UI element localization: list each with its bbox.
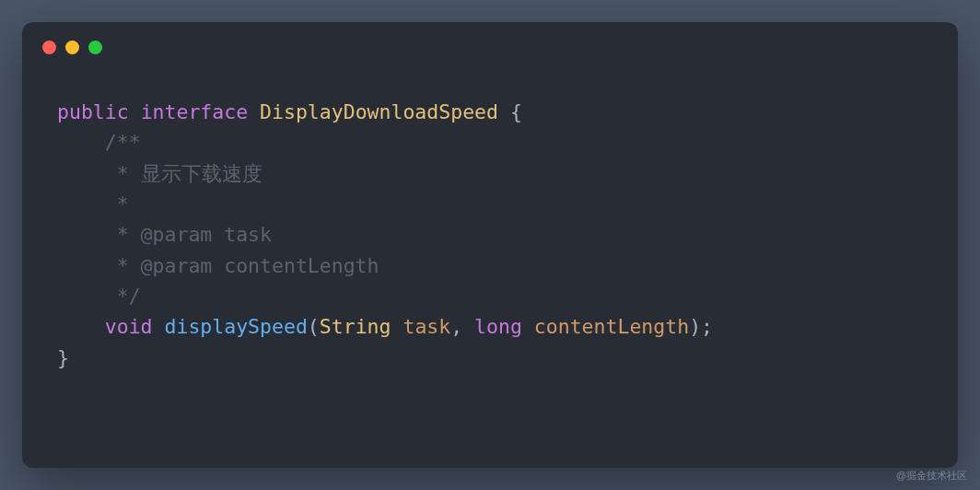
type-name: DisplayDownloadSpeed xyxy=(260,100,498,123)
type-string: String xyxy=(320,315,391,338)
keyword-interface: interface xyxy=(141,100,249,123)
comma: , xyxy=(450,315,474,338)
comment-line: * xyxy=(57,192,129,216)
keyword-long: long xyxy=(474,315,522,338)
keyword-public: public xyxy=(57,100,129,123)
indent xyxy=(57,315,105,338)
watermark: @掘金技术社区 xyxy=(896,469,967,483)
comment-line: * 显示下载速度 xyxy=(57,162,262,185)
brace-open: { xyxy=(498,100,522,123)
method-name: displaySpeed xyxy=(165,315,308,338)
param-task: task xyxy=(402,315,450,338)
comment-line: * @param contentLength xyxy=(57,254,379,277)
comment-line: * @param task xyxy=(57,223,272,246)
close-icon[interactable] xyxy=(42,41,56,54)
comment-line: */ xyxy=(57,285,141,308)
code-block: public interface DisplayDownloadSpeed { … xyxy=(22,71,958,399)
param-contentlength: contentLength xyxy=(534,315,689,338)
comment-line: /** xyxy=(57,131,141,154)
minimize-icon[interactable] xyxy=(65,41,79,54)
brace-close: } xyxy=(57,346,69,369)
paren-close-semi: ); xyxy=(689,315,713,338)
keyword-void: void xyxy=(105,315,153,338)
paren-open: ( xyxy=(308,315,320,338)
code-window: public interface DisplayDownloadSpeed { … xyxy=(22,22,958,468)
maximize-icon[interactable] xyxy=(88,41,102,54)
traffic-lights xyxy=(22,41,958,71)
